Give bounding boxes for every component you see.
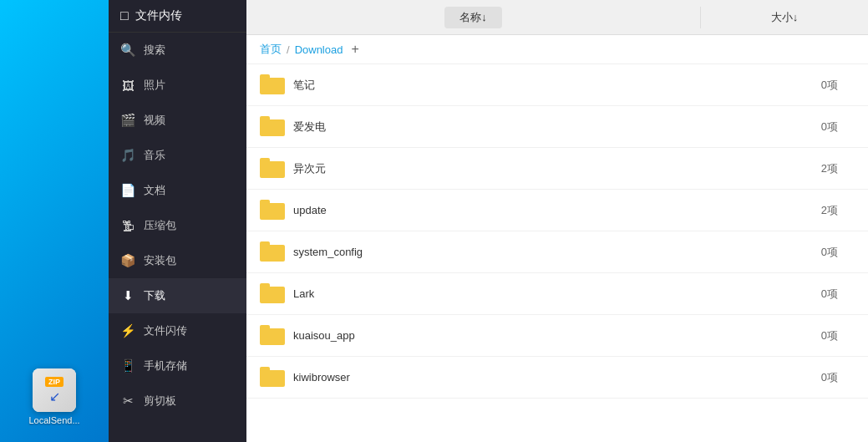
breadcrumb: 首页 / Download +	[246, 35, 868, 64]
file-name: update	[293, 204, 688, 216]
folder-icon	[260, 74, 285, 96]
main-content: 名称↓ 大小↓ 首页 / Download + 笔记 0项	[246, 0, 868, 442]
file-name: kiwibrowser	[293, 371, 688, 384]
sidebar-label-music: 音乐	[144, 148, 165, 163]
folder-icon	[260, 116, 285, 138]
install-icon: 📦	[120, 253, 135, 268]
table-header: 名称↓ 大小↓	[246, 0, 868, 35]
sidebar-item-docs[interactable]: 📄 文档	[109, 173, 246, 208]
file-list: 笔记 0项 爱发电 0项 异次元 2项	[246, 64, 868, 442]
table-row[interactable]: 爱发电 0项	[246, 106, 868, 148]
breadcrumb-separator: /	[287, 43, 290, 56]
sidebar-item-music[interactable]: 🎵 音乐	[109, 138, 246, 173]
zip-label: ZIP	[45, 377, 63, 387]
breadcrumb-current[interactable]: Download	[295, 43, 343, 56]
localsend-desktop-icon[interactable]: ZIP ↙ LocalSend...	[28, 368, 79, 425]
file-name: Lark	[293, 287, 688, 300]
sidebar-item-video[interactable]: 🎬 视频	[109, 103, 246, 138]
folder-icon	[260, 158, 285, 180]
desktop: ZIP ↙ LocalSend...	[0, 0, 109, 442]
table-row[interactable]: 笔记 0项	[246, 64, 868, 106]
size-column-header[interactable]: 大小↓	[701, 10, 868, 25]
file-name: 爱发电	[293, 119, 688, 135]
clipboard-icon: ✂	[120, 394, 135, 409]
table-row[interactable]: Lark 0项	[246, 273, 868, 315]
sidebar-label-photos: 照片	[144, 78, 165, 93]
folder-icon	[260, 325, 285, 347]
download-icon: ⬇	[120, 288, 135, 303]
sidebar-item-search[interactable]: 🔍 搜索	[109, 33, 246, 68]
search-icon: 🔍	[120, 43, 135, 58]
breadcrumb-home[interactable]: 首页	[260, 42, 282, 57]
sidebar-item-download[interactable]: ⬇ 下载	[109, 278, 246, 313]
file-size: 0项	[688, 287, 855, 302]
folder-icon	[260, 283, 285, 305]
sidebar-item-clipboard[interactable]: ✂ 剪切板	[109, 384, 246, 419]
table-row[interactable]: update 2项	[246, 190, 868, 231]
sidebar-item-flash[interactable]: ⚡ 文件闪传	[109, 313, 246, 348]
file-transfer-icon: □	[120, 8, 129, 23]
file-name: kuaisou_app	[293, 329, 688, 342]
photos-icon: 🖼	[120, 79, 135, 93]
table-row[interactable]: 异次元 2项	[246, 148, 868, 190]
sidebar-label-docs: 文档	[144, 183, 165, 198]
table-row[interactable]: kuaisou_app 0项	[246, 315, 868, 357]
sidebar-label-clipboard: 剪切板	[144, 394, 176, 409]
music-icon: 🎵	[120, 148, 135, 163]
desktop-icon-label: LocalSend...	[28, 415, 79, 425]
file-size: 0项	[688, 78, 855, 93]
sidebar-label-phone: 手机存储	[144, 358, 187, 373]
folder-icon	[260, 367, 285, 389]
sidebar-item-install[interactable]: 📦 安装包	[109, 243, 246, 278]
file-name: 笔记	[293, 78, 688, 93]
sidebar-label-install: 安装包	[144, 253, 176, 268]
add-folder-button[interactable]: +	[351, 43, 358, 56]
sidebar-label-video: 视频	[144, 113, 165, 128]
name-sort-button[interactable]: 名称↓	[444, 7, 502, 28]
sidebar-item-zip[interactable]: 🗜 压缩包	[109, 208, 246, 243]
sidebar-label-zip: 压缩包	[144, 218, 176, 233]
sidebar-header-label: 文件内传	[135, 8, 182, 23]
table-row[interactable]: system_config 0项	[246, 231, 868, 273]
folder-icon	[260, 241, 285, 263]
sidebar-header: □ 文件内传	[109, 0, 246, 33]
file-size: 2项	[688, 203, 855, 218]
file-name: system_config	[293, 246, 688, 258]
phone-icon: 📱	[120, 358, 135, 373]
file-size: 0项	[688, 328, 855, 343]
flash-icon: ⚡	[120, 323, 135, 338]
file-name: 异次元	[293, 161, 688, 176]
sidebar-label-flash: 文件闪传	[144, 323, 187, 338]
folder-icon	[260, 200, 285, 221]
file-size: 0项	[688, 370, 855, 385]
sidebar: □ 文件内传 🔍 搜索 🖼 照片 🎬 视频 🎵 音乐 📄 文档 🗜 压缩包 📦 …	[109, 0, 246, 442]
name-column-header[interactable]: 名称↓	[246, 7, 701, 28]
sidebar-label-download: 下载	[144, 288, 165, 303]
zip-arrow: ↙	[49, 389, 60, 404]
localsend-icon-img: ZIP ↙	[33, 368, 76, 412]
sidebar-item-photos[interactable]: 🖼 照片	[109, 68, 246, 103]
video-icon: 🎬	[120, 113, 135, 128]
file-size: 0项	[688, 245, 855, 260]
docs-icon: 📄	[120, 183, 135, 198]
table-row[interactable]: kiwibrowser 0项	[246, 357, 868, 399]
sidebar-item-phone[interactable]: 📱 手机存储	[109, 348, 246, 384]
sidebar-label-search: 搜索	[144, 43, 165, 58]
zip-sidebar-icon: 🗜	[120, 219, 135, 233]
file-size: 0项	[688, 119, 855, 135]
file-size: 2项	[688, 161, 855, 176]
